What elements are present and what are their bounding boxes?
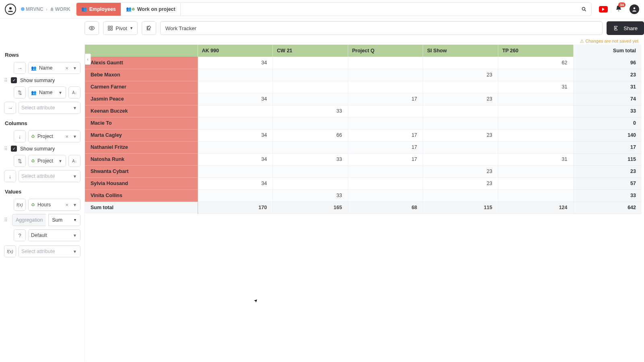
pivot-cell[interactable]: 34: [198, 93, 273, 105]
row-header[interactable]: Nathaniel Fritze: [85, 141, 198, 153]
pivot-cell[interactable]: [273, 57, 348, 69]
edit-title-button[interactable]: [142, 21, 156, 35]
pivot-cell[interactable]: [273, 81, 348, 93]
row-header[interactable]: Jasmin Peace: [85, 93, 198, 105]
pivot-cell[interactable]: 31: [498, 81, 573, 93]
pivot-cell[interactable]: [273, 177, 348, 189]
tab-search-button[interactable]: [577, 6, 591, 12]
row-header[interactable]: Sylvia Housand: [85, 177, 198, 189]
pivot-cell[interactable]: 17: [348, 153, 423, 165]
pivot-cell[interactable]: [423, 57, 498, 69]
drag-handle-icon[interactable]: ⠿: [4, 78, 8, 83]
col-direction-button[interactable]: ↓: [14, 130, 26, 142]
breadcrumb-item[interactable]: MRVNC: [21, 6, 43, 12]
pivot-cell[interactable]: [348, 117, 423, 129]
pivot-cell[interactable]: [348, 189, 423, 202]
pivot-cell[interactable]: [498, 141, 573, 153]
format-select[interactable]: Default ▼: [28, 229, 80, 241]
pivot-cell[interactable]: 33: [273, 105, 348, 117]
pivot-cell[interactable]: [273, 141, 348, 153]
pivot-cell[interactable]: [498, 69, 573, 81]
pivot-cell[interactable]: [273, 117, 348, 129]
row-header[interactable]: Carmen Farner: [85, 81, 198, 93]
pivot-cell[interactable]: 34: [198, 153, 273, 165]
values-attribute-chip[interactable]: ♻ Hours × ▼: [28, 199, 80, 211]
pivot-cell[interactable]: 23: [423, 69, 498, 81]
aggregation-select[interactable]: Sum ▼: [48, 214, 80, 226]
column-header[interactable]: SI Show: [423, 45, 498, 57]
cols-attribute-chip[interactable]: ♻ Project × ▼: [28, 130, 80, 142]
caret-down-icon[interactable]: ▼: [72, 106, 78, 110]
rows-attribute-chip[interactable]: 👥 Name × ▼: [28, 62, 80, 74]
tab-work-on-project[interactable]: 👥♻ Work on project: [121, 3, 181, 16]
pivot-cell[interactable]: [348, 165, 423, 177]
pivot-cell[interactable]: [198, 117, 273, 129]
row-header[interactable]: Alexis Gauntt: [85, 57, 198, 69]
add-row-attribute-button[interactable]: →: [4, 102, 16, 114]
pivot-cell[interactable]: [348, 69, 423, 81]
pivot-cell[interactable]: [423, 105, 498, 117]
view-mode-dropdown[interactable]: Pivot ▼: [103, 21, 138, 35]
caret-down-icon[interactable]: ▼: [72, 203, 78, 207]
pivot-cell[interactable]: [348, 81, 423, 93]
pivot-cell[interactable]: 23: [423, 165, 498, 177]
pivot-cell[interactable]: [498, 177, 573, 189]
pivot-cell[interactable]: 23: [423, 93, 498, 105]
visibility-toggle-button[interactable]: [85, 21, 99, 35]
tab-employees[interactable]: 👥 Employees: [76, 3, 121, 16]
pivot-cell[interactable]: 34: [198, 177, 273, 189]
youtube-icon[interactable]: [599, 6, 608, 12]
pivot-cell[interactable]: [498, 117, 573, 129]
caret-down-icon[interactable]: ▼: [58, 159, 63, 163]
column-header[interactable]: Project Q: [348, 45, 423, 57]
cols-sort-attribute-chip[interactable]: ♻ Project ▼: [28, 155, 66, 167]
pivot-cell[interactable]: 66: [273, 129, 348, 141]
app-logo[interactable]: [5, 4, 16, 15]
remove-icon[interactable]: ×: [64, 65, 70, 71]
pivot-cell[interactable]: [423, 153, 498, 165]
pivot-cell[interactable]: 33: [273, 153, 348, 165]
remove-icon[interactable]: ×: [64, 134, 70, 140]
pivot-cell[interactable]: [198, 69, 273, 81]
values-add-attribute-select[interactable]: Select attribute ▼: [19, 245, 80, 257]
caret-down-icon[interactable]: ▼: [72, 134, 78, 139]
row-header[interactable]: Shwanta Cybart: [85, 165, 198, 177]
view-title-input[interactable]: [160, 21, 603, 35]
pivot-cell[interactable]: 23: [423, 177, 498, 189]
pivot-cell[interactable]: [498, 93, 573, 105]
pivot-cell[interactable]: [198, 189, 273, 202]
pivot-cell[interactable]: [498, 189, 573, 202]
pivot-cell[interactable]: 34: [198, 129, 273, 141]
pivot-cell[interactable]: [348, 57, 423, 69]
add-value-attribute-button[interactable]: f(x): [4, 245, 16, 257]
rows-sort-attribute-chip[interactable]: 👥 Name ▼: [28, 86, 66, 99]
pivot-cell[interactable]: 17: [348, 129, 423, 141]
share-button[interactable]: Share: [607, 21, 644, 35]
format-help-button[interactable]: ?: [14, 229, 26, 241]
rows-add-attribute-select[interactable]: Select attribute ▼: [19, 102, 80, 114]
column-header[interactable]: AK 990: [198, 45, 273, 57]
row-header[interactable]: Marta Cagley: [85, 129, 198, 141]
pivot-cell[interactable]: [423, 117, 498, 129]
row-header[interactable]: Macie To: [85, 117, 198, 129]
pivot-cell[interactable]: 33: [273, 189, 348, 202]
caret-down-icon[interactable]: ▼: [72, 66, 78, 70]
pivot-cell[interactable]: [423, 141, 498, 153]
pivot-cell[interactable]: [273, 165, 348, 177]
sort-asc-button[interactable]: A↓: [68, 86, 80, 99]
pivot-cell[interactable]: [498, 105, 573, 117]
add-col-attribute-button[interactable]: ↓: [4, 170, 16, 182]
breadcrumb-item[interactable]: ⋔WORK: [50, 6, 70, 12]
cols-add-attribute-select[interactable]: Select attribute ▼: [19, 170, 80, 182]
pivot-cell[interactable]: [273, 93, 348, 105]
pivot-cell[interactable]: [348, 177, 423, 189]
column-header[interactable]: CW 21: [273, 45, 348, 57]
pivot-cell[interactable]: 17: [348, 141, 423, 153]
values-fn-indicator[interactable]: f(x): [14, 199, 26, 211]
collapse-sidebar-button[interactable]: ‹: [85, 53, 91, 65]
caret-down-icon[interactable]: ▼: [72, 174, 78, 179]
pivot-cell[interactable]: [198, 105, 273, 117]
row-sort-indicator[interactable]: ⇅: [14, 86, 26, 99]
pivot-cell[interactable]: 31: [498, 153, 573, 165]
pivot-cell[interactable]: [498, 129, 573, 141]
